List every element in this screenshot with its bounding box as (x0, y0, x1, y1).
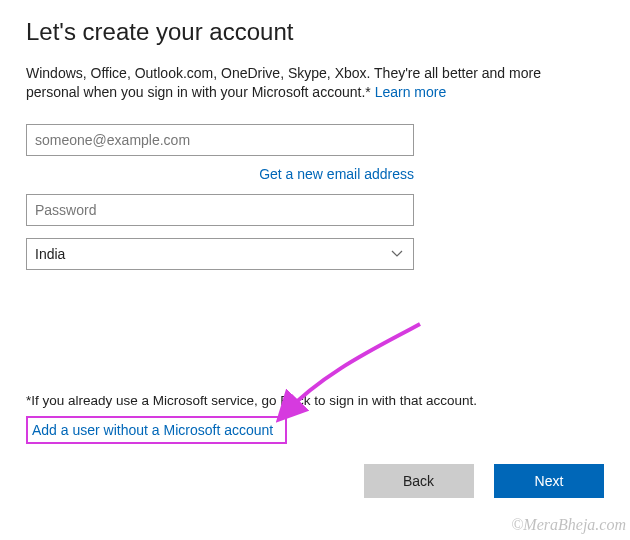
learn-more-link[interactable]: Learn more (375, 84, 447, 100)
get-new-email-link[interactable]: Get a new email address (259, 166, 414, 182)
country-select[interactable]: India (26, 238, 414, 270)
signup-form: Get a new email address India (26, 124, 414, 270)
next-button[interactable]: Next (494, 464, 604, 498)
password-field[interactable] (26, 194, 414, 226)
email-field[interactable] (26, 124, 414, 156)
intro-text: Windows, Office, Outlook.com, OneDrive, … (26, 65, 541, 100)
page-title: Let's create your account (26, 18, 604, 46)
watermark: ©MeraBheja.com (511, 516, 626, 534)
chevron-down-icon (391, 250, 403, 258)
add-user-without-account-link[interactable]: Add a user without a Microsoft account (32, 422, 273, 438)
alt-link-highlight: Add a user without a Microsoft account (26, 416, 287, 444)
existing-account-note: *If you already use a Microsoft service,… (26, 393, 606, 408)
country-select-value: India (35, 246, 65, 262)
intro-paragraph: Windows, Office, Outlook.com, OneDrive, … (26, 64, 586, 102)
back-button[interactable]: Back (364, 464, 474, 498)
